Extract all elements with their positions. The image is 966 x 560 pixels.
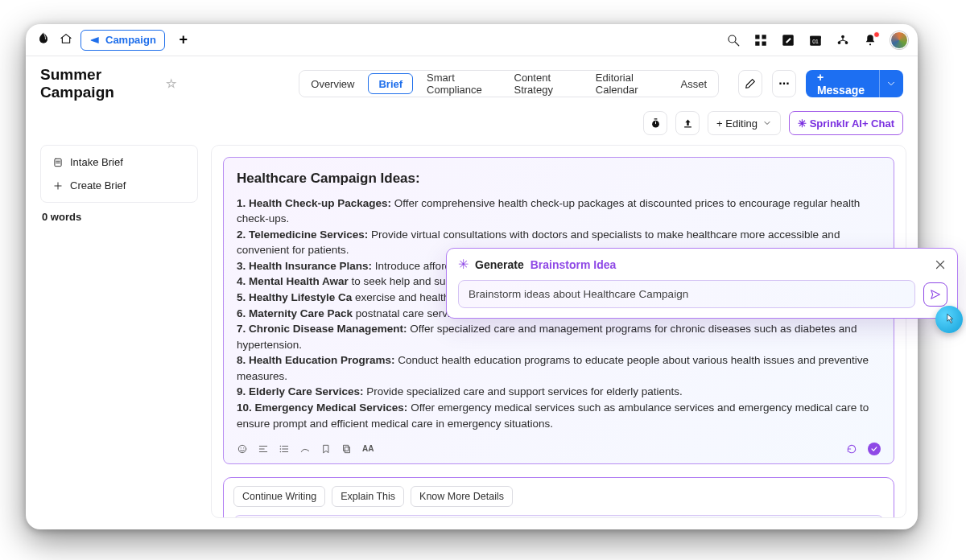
bell-icon[interactable] xyxy=(863,33,877,47)
generate-popup-subtitle: Brainstorm Idea xyxy=(530,258,617,271)
topbar-icons: 01 xyxy=(726,31,908,49)
tab-editorial-calendar[interactable]: Editorial Calendar xyxy=(584,71,670,97)
editing-label: + Editing xyxy=(716,117,758,130)
align-icon[interactable] xyxy=(258,443,269,455)
followup-input-wrap: ✳ xyxy=(233,515,884,518)
svg-point-21 xyxy=(280,448,281,449)
generated-line-label: 4. Mental Health Awar xyxy=(237,275,349,287)
top-bar: Campaign + 01 xyxy=(26,24,918,56)
home-icon[interactable] xyxy=(60,32,72,48)
svg-point-20 xyxy=(280,446,281,447)
page-title-text: Summer Campaign xyxy=(40,66,159,101)
svg-rect-4 xyxy=(762,41,766,45)
timer-icon[interactable] xyxy=(643,111,667,135)
generated-line: 1. Health Check-up Packages: Offer compr… xyxy=(237,196,881,227)
generated-line: 10. Emergency Medical Services: Offer em… xyxy=(237,400,881,431)
sidebar-item-label: Intake Brief xyxy=(70,156,123,168)
calendar-icon[interactable]: 01 xyxy=(808,33,823,47)
generate-popup-title: Generate xyxy=(475,258,524,271)
generated-line: 9. Elderly Care Services: Provide specia… xyxy=(237,384,881,400)
svg-text:01: 01 xyxy=(812,38,819,43)
svg-rect-2 xyxy=(762,35,766,39)
followup-chips: Continue Writing Explain This Know More … xyxy=(233,486,884,507)
sidebar-item-label: Create Brief xyxy=(70,179,126,191)
generated-line-label: 10. Emergency Medical Services: xyxy=(237,401,407,414)
tab-smart-compliance[interactable]: Smart Compliance xyxy=(415,71,502,97)
cursor-indicator xyxy=(935,306,963,333)
sparkle-icon: ✳ xyxy=(458,257,469,272)
generated-line-label: 1. Health Check-up Packages: xyxy=(237,197,391,209)
draw-icon[interactable] xyxy=(299,443,311,455)
svg-rect-15 xyxy=(684,126,691,127)
notification-dot xyxy=(873,31,880,38)
svg-point-22 xyxy=(280,451,281,452)
new-tab-button[interactable]: + xyxy=(173,30,194,51)
message-dropdown[interactable] xyxy=(879,70,903,97)
generate-popup-header: ✳ Generate Brainstorm Idea xyxy=(447,249,957,275)
body: Intake Brief Create Brief 0 words Health… xyxy=(26,135,918,529)
compose-icon[interactable] xyxy=(781,33,795,47)
generated-line-text: Provide specialized care and support ser… xyxy=(364,385,683,397)
tab-asset[interactable]: Asset xyxy=(670,71,719,97)
tab-brief[interactable]: Brief xyxy=(368,73,413,94)
chip-continue-writing[interactable]: Continue Writing xyxy=(233,486,325,507)
generated-line-label: 6. Maternity Care Pack xyxy=(237,307,353,319)
workspace-tab-campaign[interactable]: Campaign xyxy=(80,30,165,51)
generated-toolbar: AA xyxy=(237,434,881,455)
page-header: Summer Campaign ☆ Overview Brief Smart C… xyxy=(26,56,918,101)
org-icon[interactable] xyxy=(836,33,850,47)
chip-explain-this[interactable]: Explain This xyxy=(332,486,404,507)
message-button[interactable]: + Message xyxy=(806,70,879,97)
sidebar: Intake Brief Create Brief 0 words xyxy=(37,145,198,518)
svg-rect-16 xyxy=(55,159,61,166)
search-icon[interactable] xyxy=(726,33,741,47)
sidebar-card: Intake Brief Create Brief xyxy=(40,145,198,203)
close-icon[interactable] xyxy=(933,257,947,272)
text-size-icon[interactable]: AA xyxy=(362,443,374,455)
emoji-icon[interactable] xyxy=(237,443,248,455)
svg-point-19 xyxy=(243,447,244,448)
generated-line: 7. Chronic Disease Management: Offer spe… xyxy=(237,321,881,352)
accept-icon[interactable] xyxy=(868,443,881,455)
tab-content-strategy[interactable]: Content Strategy xyxy=(503,71,584,97)
followup-box: Continue Writing Explain This Know More … xyxy=(223,477,894,518)
generate-popup: ✳ Generate Brainstorm Idea Brainstorm id… xyxy=(446,248,958,319)
chip-know-more[interactable]: Know More Details xyxy=(411,486,513,507)
generated-line-label: 8. Health Education Programs: xyxy=(237,354,395,366)
nav-tabs: Overview Brief Smart Compliance Content … xyxy=(299,70,719,97)
action-row: + Editing ✳ Sprinklr AI+ Chat xyxy=(26,101,918,135)
generated-line: 8. Health Education Programs: Conduct he… xyxy=(237,352,881,384)
generate-popup-input[interactable]: Brainstorm ideas about Healthcare Campai… xyxy=(458,280,915,308)
regenerate-icon[interactable] xyxy=(845,443,858,455)
message-button-group: + Message xyxy=(806,70,903,97)
ai-chat-button[interactable]: ✳ Sprinklr AI+ Chat xyxy=(789,111,903,135)
more-button[interactable]: ··· xyxy=(772,70,796,97)
generated-title: Healthcare Campaign Ideas: xyxy=(237,169,881,189)
avatar[interactable] xyxy=(890,31,908,49)
edit-button[interactable] xyxy=(738,70,762,97)
logo-icon xyxy=(35,31,52,50)
favorite-star-icon[interactable]: ☆ xyxy=(166,76,176,91)
upload-icon[interactable] xyxy=(675,111,700,135)
main-panel: Healthcare Campaign Ideas: 1. Health Che… xyxy=(211,145,906,518)
sidebar-item-intake-brief[interactable]: Intake Brief xyxy=(44,150,194,174)
generated-line-label: 5. Healthy Lifestyle Ca xyxy=(237,291,352,303)
svg-rect-1 xyxy=(755,35,759,39)
bookmark-icon[interactable] xyxy=(320,443,332,455)
sidebar-item-create-brief[interactable]: Create Brief xyxy=(44,174,194,197)
tab-overview[interactable]: Overview xyxy=(299,71,365,97)
generate-send-button[interactable] xyxy=(923,282,947,307)
copy-icon[interactable] xyxy=(341,443,353,455)
generated-line-label: 3. Health Insurance Plans: xyxy=(237,260,372,272)
word-count: 0 words xyxy=(40,211,198,223)
generated-line-label: 9. Elderly Care Services: xyxy=(237,385,364,397)
svg-point-17 xyxy=(238,445,246,452)
svg-point-18 xyxy=(241,447,242,448)
apps-icon[interactable] xyxy=(753,33,768,47)
svg-rect-24 xyxy=(344,445,349,451)
page-title: Summer Campaign ☆ xyxy=(40,66,176,101)
list-icon[interactable] xyxy=(279,443,290,455)
generate-popup-input-row: Brainstorm ideas about Healthcare Campai… xyxy=(447,275,957,318)
editing-dropdown[interactable]: + Editing xyxy=(708,111,781,135)
generated-line-label: 2. Telemedicine Services: xyxy=(237,229,368,241)
